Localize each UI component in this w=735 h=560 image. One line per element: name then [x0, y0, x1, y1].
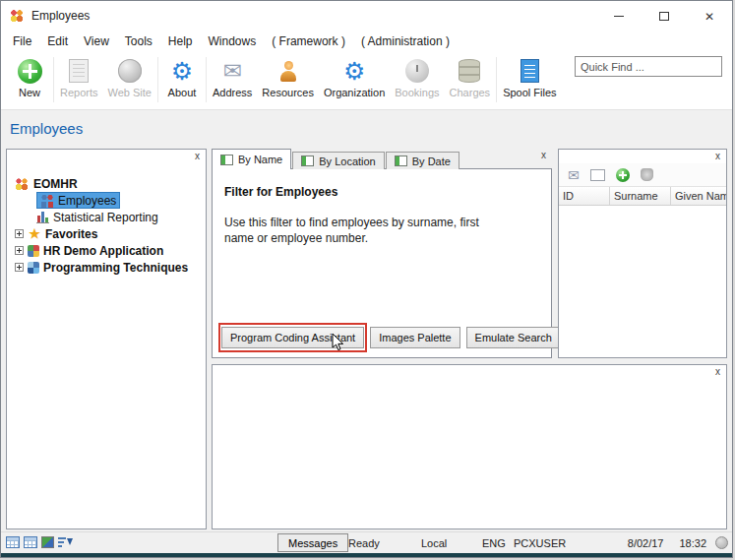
- toolbar: New Reports Web Site About Address Resou…: [1, 52, 732, 110]
- tree-item-label: Employees: [58, 194, 116, 208]
- application-icon: [28, 245, 39, 257]
- tree-item-label: Favorites: [45, 227, 97, 241]
- mail-icon[interactable]: [568, 166, 580, 184]
- toolbar-separator: [496, 57, 497, 102]
- toolbar-button-about[interactable]: About: [159, 55, 205, 100]
- tree-item-label: Statistical Reporting: [53, 211, 158, 224]
- reports-icon: [69, 59, 89, 83]
- gear-icon: [343, 58, 365, 84]
- column-header-id[interactable]: ID: [559, 187, 610, 205]
- tree-item-label: HR Demo Application: [43, 244, 163, 258]
- status-location: Local: [421, 537, 447, 549]
- tree-item-employees[interactable]: Employees: [11, 192, 206, 209]
- menu-item-edit[interactable]: Edit: [39, 31, 76, 51]
- toolbar-separator: [157, 57, 158, 102]
- toolbar-button-organization[interactable]: Organization: [319, 55, 390, 100]
- grid-icon[interactable]: [24, 536, 37, 548]
- status-bar: Messages Ready Local ENG PCXUSER 8/02/17…: [1, 531, 732, 553]
- toolbar-label-organization: Organization: [324, 87, 385, 98]
- tree-item-favorites[interactable]: Favorites: [11, 225, 206, 242]
- tab-by-name[interactable]: By Name: [212, 149, 291, 169]
- expand-icon[interactable]: [15, 263, 24, 272]
- images-palette-button[interactable]: Images Palette: [370, 327, 459, 348]
- close-icon: [704, 7, 714, 25]
- maximize-button[interactable]: [642, 1, 687, 31]
- expand-icon[interactable]: [15, 229, 24, 238]
- techniques-icon: [28, 262, 39, 274]
- employees-icon: [40, 194, 54, 208]
- menu-item-view[interactable]: View: [76, 31, 117, 51]
- window-bottom-edge: [1, 553, 732, 557]
- tree-item-statistical-reporting[interactable]: Statistical Reporting: [11, 209, 206, 225]
- toolbar-button-new[interactable]: New: [7, 55, 52, 100]
- title-bar: Employees: [1, 1, 732, 31]
- quick-find-input[interactable]: [575, 56, 722, 77]
- menu-item-file[interactable]: File: [5, 31, 39, 51]
- hand-icon: [641, 168, 653, 181]
- tree-item-hr-demo-application[interactable]: HR Demo Application: [11, 242, 206, 259]
- chart-icon: [36, 211, 49, 223]
- minimize-button[interactable]: [596, 1, 642, 31]
- close-button[interactable]: [687, 1, 732, 31]
- menu-item-windows[interactable]: Windows: [201, 31, 265, 51]
- status-user: PCXUSER: [514, 537, 566, 549]
- navigation-panel-close-icon[interactable]: [191, 150, 204, 162]
- emulate-search-button[interactable]: Emulate Search: [466, 327, 561, 348]
- toolbar-label-charges: Charges: [450, 87, 491, 98]
- expand-icon[interactable]: [15, 246, 24, 255]
- column-header-surname[interactable]: Surname: [610, 187, 671, 205]
- employee-list-panel: ID Surname Given Names: [558, 149, 727, 358]
- new-window-icon[interactable]: [590, 169, 605, 181]
- sort-icon[interactable]: [58, 536, 73, 548]
- filter-panel: By Name By Location By Date Filter for E…: [212, 149, 552, 358]
- screen-icon: [220, 155, 233, 165]
- tree-item-programming-techniques[interactable]: Programming Techniques: [11, 259, 206, 276]
- tree-item-eomhr[interactable]: EOMHR: [11, 175, 206, 192]
- toolbar-button-reports: Reports: [55, 55, 103, 100]
- window-title: Employees: [31, 9, 90, 23]
- tab-label: By Name: [238, 154, 282, 165]
- toolbar-button-spool-files[interactable]: Spool Files: [498, 55, 561, 100]
- messages-button[interactable]: Messages: [277, 533, 348, 552]
- status-ready: Ready: [348, 537, 380, 549]
- globe-icon: [118, 59, 142, 83]
- tree-item-label: Programming Techniques: [43, 261, 188, 275]
- minimize-icon: [614, 16, 624, 17]
- gear-icon: [171, 58, 193, 84]
- menu-item-tools[interactable]: Tools: [117, 31, 160, 51]
- detail-panel-close-icon[interactable]: [711, 365, 724, 378]
- list-header-row: ID Surname Given Names: [559, 187, 726, 206]
- menu-item-administration[interactable]: ( Administration ): [353, 31, 458, 51]
- column-header-given-names[interactable]: Given Names: [671, 187, 726, 205]
- toolbar-label-resources: Resources: [262, 87, 314, 98]
- status-datetime: 8/02/17 18:32: [628, 537, 706, 549]
- status-time: 18:32: [679, 537, 706, 549]
- toolbar-button-web-site: Web Site: [103, 55, 156, 100]
- toolbar-button-address[interactable]: Address: [208, 55, 257, 100]
- person-icon: [277, 59, 299, 84]
- tab-by-date[interactable]: By Date: [386, 152, 459, 169]
- tab-by-location[interactable]: By Location: [292, 152, 384, 169]
- status-icons: [6, 536, 73, 548]
- screen-icon: [395, 156, 407, 166]
- employee-list-close-icon[interactable]: [711, 150, 724, 162]
- new-icon: [18, 59, 42, 84]
- filter-panel-close-icon[interactable]: [537, 149, 550, 161]
- menu-item-framework[interactable]: ( Framework ): [264, 31, 353, 51]
- status-indicator-icon: [715, 536, 728, 549]
- toolbar-button-resources[interactable]: Resources: [257, 55, 319, 100]
- document-icon: [521, 59, 539, 83]
- mouse-cursor: [332, 334, 345, 351]
- add-icon[interactable]: [616, 168, 630, 182]
- database-icon: [459, 59, 480, 83]
- menu-item-help[interactable]: Help: [160, 31, 201, 51]
- tab-label: By Date: [412, 156, 451, 167]
- grid-icon[interactable]: [6, 536, 20, 548]
- clock-icon: [405, 59, 429, 83]
- filter-description: Use this filter to find employees by sur…: [213, 199, 537, 246]
- filter-tabstrip: By Name By Location By Date: [212, 149, 552, 169]
- palette-icon[interactable]: [41, 536, 54, 548]
- detail-panel: [212, 364, 727, 529]
- filter-heading: Filter for Employees: [213, 169, 551, 199]
- menu-bar: File Edit View Tools Help Windows ( Fram…: [1, 31, 732, 52]
